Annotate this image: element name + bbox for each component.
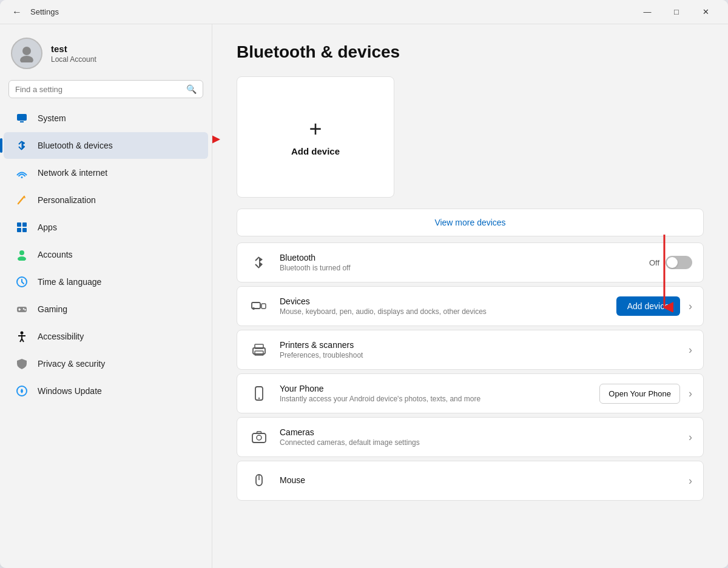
devices-row-title: Devices bbox=[280, 296, 607, 306]
open-your-phone-button[interactable]: Open Your Phone bbox=[599, 384, 680, 404]
mouse-row-text: Mouse bbox=[280, 475, 676, 486]
sidebar-item-update[interactable]: Windows Update bbox=[4, 378, 208, 404]
bluetooth-row-title: Bluetooth bbox=[280, 253, 639, 262]
sidebar-nav: System Bluetooth & devices bbox=[0, 104, 212, 568]
yourphone-row-subtitle: Instantly access your Android device's p… bbox=[280, 395, 590, 403]
mouse-row-title: Mouse bbox=[280, 475, 676, 485]
sidebar: test Local Account 🔍 System bbox=[0, 24, 212, 568]
sidebar-item-label: Accessibility bbox=[38, 332, 84, 341]
sidebar-item-label: Network & internet bbox=[38, 168, 107, 178]
profile-info: test Local Account bbox=[51, 44, 96, 64]
sidebar-item-system[interactable]: System bbox=[4, 105, 208, 132]
sidebar-item-label: Personalization bbox=[38, 195, 96, 205]
window-title: Settings bbox=[30, 7, 633, 16]
bluetooth-row-text: Bluetooth Bluetooth is turned off bbox=[280, 253, 639, 272]
search-wrapper: 🔍 bbox=[8, 80, 203, 98]
bluetooth-row: Bluetooth Bluetooth is turned off Off bbox=[237, 242, 704, 282]
printers-chevron-icon: › bbox=[689, 344, 692, 356]
svg-point-14 bbox=[18, 256, 26, 261]
yourphone-chevron-icon: › bbox=[689, 387, 692, 400]
sidebar-item-apps[interactable]: Apps bbox=[4, 214, 208, 241]
cameras-row-title: Cameras bbox=[280, 427, 676, 437]
minimize-button[interactable]: — bbox=[633, 2, 661, 22]
sidebar-item-personalization[interactable]: Personalization bbox=[4, 187, 208, 213]
svg-rect-38 bbox=[255, 351, 263, 355]
arrow-right-annotation bbox=[212, 130, 223, 149]
svg-line-7 bbox=[18, 196, 24, 204]
view-more-button[interactable]: View more devices bbox=[237, 209, 704, 236]
devices-chevron-icon: › bbox=[689, 300, 692, 313]
yourphone-row-text: Your Phone Instantly access your Android… bbox=[280, 384, 590, 403]
sidebar-item-privacy[interactable]: Privacy & security bbox=[4, 350, 208, 377]
svg-line-5 bbox=[19, 141, 22, 144]
svg-rect-11 bbox=[17, 228, 21, 232]
bluetooth-row-subtitle: Bluetooth is turned off bbox=[280, 264, 639, 272]
sidebar-item-bluetooth[interactable]: Bluetooth & devices bbox=[4, 132, 208, 159]
sidebar-item-accessibility[interactable]: Accessibility bbox=[4, 323, 208, 350]
bluetooth-toggle-label: Off bbox=[649, 258, 659, 267]
yourphone-row-action: Open Your Phone › bbox=[599, 384, 692, 404]
sidebar-item-gaming[interactable]: Gaming bbox=[4, 296, 208, 322]
sidebar-item-label: Gaming bbox=[38, 304, 67, 314]
devices-row[interactable]: Devices Mouse, keyboard, pen, audio, dis… bbox=[237, 286, 704, 326]
back-button[interactable]: ← bbox=[8, 4, 25, 21]
svg-point-20 bbox=[24, 309, 25, 310]
svg-line-17 bbox=[22, 282, 24, 284]
yourphone-row[interactable]: Your Phone Instantly access your Android… bbox=[237, 373, 704, 413]
search-input[interactable] bbox=[15, 85, 181, 94]
main-layout: test Local Account 🔍 System bbox=[0, 24, 728, 568]
accounts-icon bbox=[15, 247, 29, 262]
privacy-icon bbox=[15, 356, 29, 371]
network-icon bbox=[15, 165, 29, 180]
window-controls: — □ ✕ bbox=[633, 2, 720, 22]
apps-icon bbox=[15, 220, 29, 235]
yourphone-row-title: Your Phone bbox=[280, 384, 590, 393]
search-icon: 🔍 bbox=[186, 84, 197, 94]
devices-row-text: Devices Mouse, keyboard, pen, audio, dis… bbox=[280, 296, 607, 316]
time-icon bbox=[15, 275, 29, 289]
sidebar-item-label: Windows Update bbox=[38, 386, 102, 396]
add-device-plus-icon: + bbox=[309, 118, 322, 140]
svg-rect-10 bbox=[22, 222, 27, 227]
svg-point-42 bbox=[257, 435, 261, 440]
cameras-row-icon bbox=[248, 426, 270, 448]
avatar bbox=[11, 38, 42, 69]
printers-row[interactable]: Printers & scanners Preferences, trouble… bbox=[237, 330, 704, 370]
accessibility-icon bbox=[15, 329, 29, 344]
sidebar-profile[interactable]: test Local Account bbox=[0, 24, 212, 80]
sidebar-item-accounts[interactable]: Accounts bbox=[4, 241, 208, 268]
add-device-card[interactable]: + Add device bbox=[237, 76, 394, 198]
svg-point-6 bbox=[21, 176, 23, 178]
printers-row-text: Printers & scanners Preferences, trouble… bbox=[280, 340, 676, 359]
devices-row-icon bbox=[248, 295, 270, 317]
svg-point-13 bbox=[19, 250, 24, 255]
yourphone-row-icon bbox=[248, 383, 270, 404]
close-button[interactable]: ✕ bbox=[692, 2, 720, 22]
sidebar-item-label: Privacy & security bbox=[38, 359, 105, 369]
cameras-row-action: › bbox=[686, 431, 692, 444]
mouse-row-action: › bbox=[686, 475, 692, 487]
sidebar-item-time[interactable]: Time & language bbox=[4, 269, 208, 295]
svg-point-40 bbox=[258, 398, 260, 399]
svg-line-32 bbox=[255, 257, 259, 261]
bluetooth-toggle[interactable] bbox=[666, 256, 692, 269]
sidebar-item-label: Time & language bbox=[38, 277, 101, 287]
svg-point-1 bbox=[20, 56, 33, 62]
svg-point-19 bbox=[23, 308, 24, 309]
toggle-knob bbox=[667, 257, 678, 268]
devices-add-device-button[interactable]: Add device bbox=[616, 296, 680, 316]
content-area: Bluetooth & devices + Add device View mo… bbox=[212, 24, 728, 568]
settings-window: ← Settings — □ ✕ test Local Account bbox=[0, 0, 728, 568]
sidebar-item-network[interactable]: Network & internet bbox=[4, 159, 208, 186]
cameras-row[interactable]: Cameras Connected cameras, default image… bbox=[237, 417, 704, 457]
gaming-icon bbox=[15, 302, 29, 316]
printers-row-icon bbox=[248, 339, 270, 361]
svg-line-27 bbox=[22, 339, 24, 342]
svg-rect-9 bbox=[17, 222, 21, 227]
svg-line-31 bbox=[255, 264, 259, 268]
printers-row-action: › bbox=[686, 344, 692, 356]
cameras-row-subtitle: Connected cameras, default image setting… bbox=[280, 438, 676, 447]
mouse-row[interactable]: Mouse › bbox=[237, 461, 704, 501]
bluetooth-row-icon bbox=[248, 252, 270, 273]
maximize-button[interactable]: □ bbox=[662, 2, 690, 22]
